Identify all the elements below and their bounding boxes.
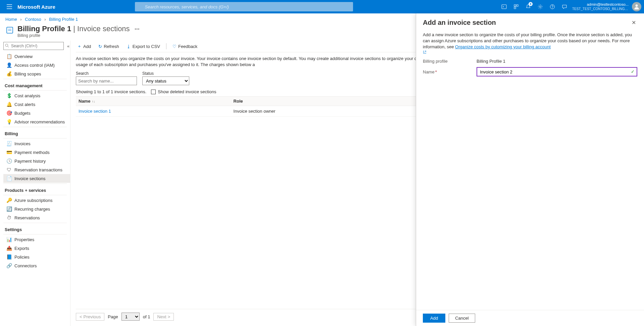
- sidebar-item-1-2[interactable]: 🕓Payment history: [3, 157, 70, 165]
- prev-page-button[interactable]: < Previous: [76, 313, 104, 321]
- sidebar-item-top-2[interactable]: 💰Billing scopes: [3, 69, 70, 78]
- settings-icon[interactable]: [535, 0, 546, 13]
- breadcrumb-home[interactable]: Home: [5, 17, 17, 22]
- search-label: Search: [76, 71, 137, 76]
- hamburger-icon[interactable]: [3, 0, 16, 13]
- account-info[interactable]: admin@testtestcontoso... TEST_TEST_CONTO…: [571, 2, 631, 11]
- search-icon: [5, 44, 9, 48]
- sidebar-item-3-1[interactable]: 📤Exports: [3, 244, 70, 253]
- menu-icon: 🧾: [6, 141, 12, 146]
- sidebar-item-2-0[interactable]: 🔑Azure subscriptions: [3, 196, 70, 205]
- sidebar-item-label: Overview: [14, 54, 33, 59]
- refresh-icon: ↻: [98, 44, 102, 49]
- search-by-name-input[interactable]: [76, 76, 137, 85]
- svg-rect-10: [7, 27, 13, 33]
- svg-rect-3: [514, 5, 516, 6]
- sidebar-item-2-1[interactable]: 🔄Recurring charges: [3, 205, 70, 213]
- sidebar-group-header: Settings: [3, 224, 70, 233]
- notifications-icon[interactable]: 8: [523, 0, 534, 13]
- download-icon: ⭳: [127, 44, 131, 49]
- page-subtitle: Billing profile: [17, 33, 140, 38]
- page-select[interactable]: 1: [121, 313, 140, 321]
- sidebar-item-0-2[interactable]: 🎯Budgets: [3, 109, 70, 117]
- menu-icon: 💰: [6, 71, 12, 76]
- breadcrumb-contoso[interactable]: Contoso: [25, 17, 41, 22]
- collapse-sidebar-icon[interactable]: «: [66, 42, 70, 50]
- sidebar-group-header: Cost management: [3, 80, 70, 90]
- refresh-button[interactable]: ↻Refresh: [97, 43, 120, 50]
- breadcrumb-billing-profile[interactable]: Billing Profile 1: [49, 17, 78, 22]
- svg-point-9: [636, 4, 638, 7]
- menu-icon: 💡: [6, 119, 12, 124]
- sidebar-item-1-3[interactable]: 🛡Reservation transactions: [3, 165, 70, 174]
- add-invoice-section-panel: Add an invoice section ✕ Add a new invoi…: [416, 13, 644, 326]
- account-org: TEST_TEST_CONTOSO_BILLING (T...: [572, 7, 629, 11]
- sidebar-item-3-2[interactable]: 📘Policies: [3, 253, 70, 261]
- learn-more-link[interactable]: Organize costs by cutomizing your billin…: [455, 44, 551, 49]
- panel-description: Add a new invoice section to organize th…: [423, 32, 637, 54]
- close-icon[interactable]: ✕: [630, 18, 637, 27]
- add-button[interactable]: Add: [423, 314, 445, 323]
- cloud-shell-icon[interactable]: [498, 0, 510, 13]
- sidebar: « 📋Overview👤Access control (IAM)💰Billing…: [0, 41, 70, 326]
- sidebar-item-label: Cost alerts: [14, 102, 35, 107]
- sidebar-item-0-1[interactable]: 🔔Cost alerts: [3, 100, 70, 109]
- menu-icon: 🔔: [6, 102, 12, 107]
- avatar[interactable]: [632, 2, 641, 11]
- feedback-button[interactable]: ♡Feedback: [171, 43, 199, 50]
- sidebar-item-label: Azure subscriptions: [14, 198, 52, 203]
- menu-icon: 📄: [6, 176, 12, 181]
- sidebar-item-label: Connectors: [14, 263, 37, 268]
- page-title: Billing Profile 1 | Invoice sections ···: [17, 24, 140, 33]
- svg-rect-5: [514, 7, 516, 9]
- export-csv-button[interactable]: ⭳Export to CSV: [125, 43, 161, 50]
- svg-rect-4: [516, 5, 518, 6]
- sidebar-item-3-3[interactable]: 🔗Connectors: [3, 261, 70, 270]
- sidebar-search-input[interactable]: [3, 42, 64, 50]
- add-button[interactable]: ＋Add: [76, 43, 92, 50]
- sidebar-item-0-3[interactable]: 💡Advisor recommendations: [3, 117, 70, 126]
- sidebar-item-label: Payment methods: [14, 150, 50, 155]
- external-link-icon: [423, 50, 637, 54]
- sidebar-item-2-2[interactable]: ⏱Reservations: [3, 213, 70, 222]
- sort-icon: ↑↓: [92, 100, 95, 103]
- notification-badge: 8: [529, 2, 533, 6]
- svg-rect-2: [502, 5, 506, 9]
- sidebar-item-1-1[interactable]: 💳Payment methods: [3, 148, 70, 157]
- sidebar-item-1-0[interactable]: 🧾Invoices: [3, 139, 70, 148]
- sidebar-item-label: Payment history: [14, 159, 46, 164]
- feedback-icon[interactable]: [559, 0, 570, 13]
- checkbox-icon: [151, 90, 156, 94]
- invoice-section-link[interactable]: Invoice section 1: [79, 109, 111, 114]
- directory-icon[interactable]: [510, 0, 522, 13]
- status-select[interactable]: Any status: [142, 76, 189, 85]
- cancel-button[interactable]: Cancel: [449, 314, 475, 323]
- menu-icon: 💳: [6, 150, 12, 155]
- menu-icon: 📘: [6, 254, 12, 260]
- sidebar-item-label: Billing scopes: [14, 71, 41, 76]
- sidebar-item-1-4[interactable]: 📄Invoice sections: [3, 174, 70, 183]
- help-icon[interactable]: ?: [547, 0, 558, 13]
- sidebar-item-0-0[interactable]: 💲Cost analysis: [3, 91, 70, 100]
- panel-title: Add an invoice section: [423, 19, 496, 26]
- column-role[interactable]: Role: [231, 97, 425, 106]
- showing-text: Showing 1 to 1 of 1 invoice sections.: [76, 89, 146, 94]
- show-deleted-checkbox[interactable]: Show deleted invoice sections: [151, 89, 216, 94]
- next-page-button[interactable]: Next >: [153, 313, 174, 321]
- page-of: of 1: [143, 314, 150, 319]
- menu-icon: 🔑: [6, 198, 12, 203]
- sidebar-item-3-0[interactable]: 📊Properties: [3, 235, 70, 244]
- brand[interactable]: Microsoft Azure: [17, 4, 55, 10]
- menu-icon: ⏱: [6, 215, 12, 220]
- column-name[interactable]: Name↑↓: [76, 97, 231, 106]
- menu-icon: 📊: [6, 237, 12, 242]
- svg-text:?: ?: [551, 5, 553, 9]
- sidebar-item-label: Invoice sections: [14, 176, 46, 181]
- more-menu[interactable]: ···: [135, 26, 140, 33]
- sidebar-item-top-1[interactable]: 👤Access control (IAM): [3, 61, 70, 69]
- global-search-input[interactable]: [135, 2, 353, 11]
- name-input[interactable]: [477, 67, 637, 76]
- billing-profile-value: Billing Profile 1: [477, 59, 637, 64]
- account-email: admin@testtestcontoso...: [572, 2, 629, 7]
- sidebar-item-top-0[interactable]: 📋Overview: [3, 52, 70, 61]
